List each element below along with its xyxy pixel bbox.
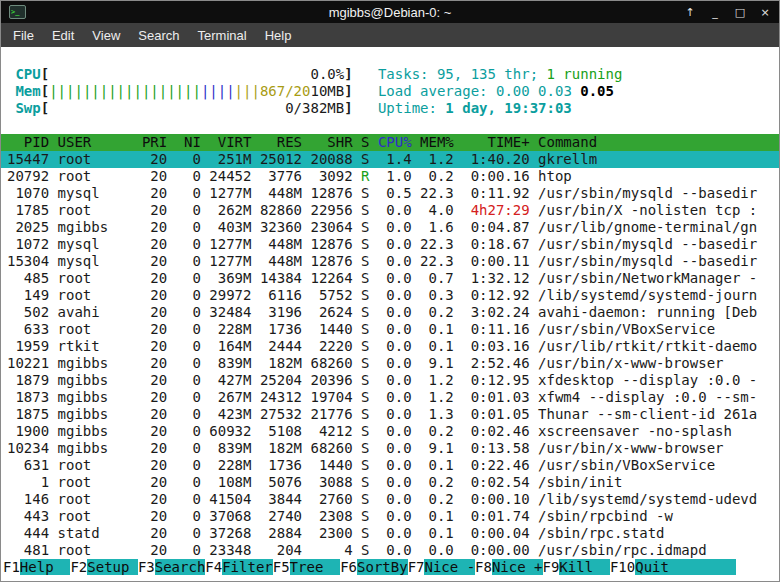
cell-shr: 3092 xyxy=(310,168,361,184)
cell-user: mgibbs xyxy=(58,355,142,371)
fkey-f10-quit-button[interactable]: Quit xyxy=(635,559,736,575)
cell-res: 5076 xyxy=(260,474,311,490)
column-header-res[interactable]: RES xyxy=(260,134,311,150)
fkey-f8-key[interactable]: F8 xyxy=(475,559,492,575)
process-row[interactable]: 444 statd 20 0 37268 2884 2300 S 0.0 0.1… xyxy=(1,525,779,542)
process-row[interactable]: 146 root 20 0 41504 3844 2760 S 0.0 0.2 … xyxy=(1,491,779,508)
fkey-f10-key[interactable]: F10 xyxy=(610,559,635,575)
process-row[interactable]: 1959 rtkit 20 0 164M 2444 2220 S 0.0 0.1… xyxy=(1,338,779,355)
fkey-f2-key[interactable]: F2 xyxy=(70,559,87,575)
process-table-header[interactable]: PID USER PRI NI VIRT RES SHR S CPU% MEM%… xyxy=(1,134,779,151)
menu-terminal[interactable]: Terminal xyxy=(189,25,256,46)
cell-ni: 0 xyxy=(176,253,210,269)
cell-mem: 0.0 xyxy=(420,542,462,558)
cell-user: root xyxy=(58,491,142,507)
process-row[interactable]: 1785 root 20 0 262M 82860 22956 S 0.0 4.… xyxy=(1,202,779,219)
cell-shr: 12876 xyxy=(310,236,361,252)
column-header-pid[interactable]: PID xyxy=(7,134,58,150)
column-header-cpu[interactable]: CPU% xyxy=(378,134,420,150)
cell-ni: 0 xyxy=(176,338,210,354)
process-row[interactable]: 481 root 20 0 23348 204 4 S 0.0 0.0 0:00… xyxy=(1,542,779,559)
column-header-virt[interactable]: VIRT xyxy=(209,134,260,150)
cell-time: 0:01.74 xyxy=(462,508,538,524)
fkey-f5-tree-button[interactable]: Tree xyxy=(290,559,341,575)
fkey-f2-setup-button[interactable]: Setup xyxy=(87,559,138,575)
cell-res: 5108 xyxy=(260,423,311,439)
cell-command: Thunar --sm-client-id 261a xyxy=(538,406,757,422)
cell-virt: 369M xyxy=(209,270,260,286)
cell-ni: 0 xyxy=(176,542,210,558)
terminal-screen[interactable]: CPU[ 0.0%] Tasks: 95, 135 thr; 1 running… xyxy=(1,47,779,581)
column-header-time[interactable]: TIME+ xyxy=(462,134,538,150)
titlebar[interactable]: >_ mgibbs@Debian-0: ~ ↑_□× xyxy=(1,1,779,23)
minimize-button[interactable]: _ xyxy=(709,6,721,19)
column-header-ni[interactable]: NI xyxy=(176,134,210,150)
process-row[interactable]: 633 root 20 0 228M 1736 1440 S 0.0 0.1 0… xyxy=(1,321,779,338)
cell-res: 32360 xyxy=(260,219,311,235)
process-row[interactable]: 2025 mgibbs 20 0 403M 32360 23064 S 0.0 … xyxy=(1,219,779,236)
fkey-f1-key[interactable]: F1 xyxy=(3,559,20,575)
cell-pri: 20 xyxy=(142,406,176,422)
process-row[interactable]: 15304 mysql 20 0 1277M 448M 12876 S 0.0 … xyxy=(1,253,779,270)
process-row-selected[interactable]: 15447 root 20 0 251M 25012 20088 S 1.4 1… xyxy=(1,151,779,168)
fkey-f7-key[interactable]: F7 xyxy=(408,559,425,575)
cell-command: /usr/sbin/mysqld --basedir xyxy=(538,236,757,252)
cell-ni: 0 xyxy=(176,457,210,473)
process-row[interactable]: 1875 mgibbs 20 0 423M 27532 21776 S 0.0 … xyxy=(1,406,779,423)
fkey-f1-help-button[interactable]: Help xyxy=(20,559,71,575)
fkey-f7-nice-button[interactable]: Nice - xyxy=(424,559,475,575)
fkey-f4-key[interactable]: F4 xyxy=(205,559,222,575)
cell-pid: 1873 xyxy=(7,389,58,405)
menu-search[interactable]: Search xyxy=(129,25,188,46)
cell-virt: 228M xyxy=(209,321,260,337)
menu-help[interactable]: Help xyxy=(256,25,301,46)
column-header-user[interactable]: USER xyxy=(58,134,142,150)
process-row[interactable]: 10234 mgibbs 20 0 839M 182M 68260 S 0.0 … xyxy=(1,440,779,457)
column-header-command[interactable]: Command xyxy=(538,134,597,150)
process-row[interactable]: 10221 mgibbs 20 0 839M 182M 68260 S 0.0 … xyxy=(1,355,779,372)
column-header-mem[interactable]: MEM% xyxy=(420,134,462,150)
fkey-f9-key[interactable]: F9 xyxy=(543,559,560,575)
cell-user: root xyxy=(58,508,142,524)
shade-button[interactable]: ↑ xyxy=(684,6,696,19)
fkey-f6-key[interactable]: F6 xyxy=(340,559,357,575)
fkey-f6-sortby-button[interactable]: SortBy xyxy=(357,559,408,575)
column-header-shr[interactable]: SHR xyxy=(310,134,361,150)
process-row[interactable]: 1 root 20 0 108M 5076 3088 S 0.0 0.2 0:0… xyxy=(1,474,779,491)
cell-shr: 12876 xyxy=(310,185,361,201)
cell-pri: 20 xyxy=(142,253,176,269)
swp-meter-bar-segment: 0/382MB xyxy=(49,100,344,116)
cell-pri: 20 xyxy=(142,151,176,167)
process-row[interactable]: 1900 mgibbs 20 0 60932 5108 4212 S 0.0 0… xyxy=(1,423,779,440)
meter-open-bracket: [ xyxy=(41,66,49,82)
menu-view[interactable]: View xyxy=(83,25,129,46)
fkey-f5-key[interactable]: F5 xyxy=(273,559,290,575)
column-header-s[interactable]: S xyxy=(361,134,378,150)
fkey-f8-nice-button[interactable]: Nice + xyxy=(492,559,543,575)
cell-res: 3844 xyxy=(260,491,311,507)
menu-file[interactable]: File xyxy=(4,25,43,46)
process-row[interactable]: 1070 mysql 20 0 1277M 448M 12876 S 0.5 2… xyxy=(1,185,779,202)
process-row[interactable]: 149 root 20 0 29972 6116 5752 S 0.0 0.3 … xyxy=(1,287,779,304)
cell-ni: 0 xyxy=(176,151,210,167)
process-row[interactable]: 1072 mysql 20 0 1277M 448M 12876 S 0.0 2… xyxy=(1,236,779,253)
process-row[interactable]: 502 avahi 20 0 32484 3196 2624 S 0.0 0.2… xyxy=(1,304,779,321)
menu-edit[interactable]: Edit xyxy=(43,25,83,46)
fkey-f4-filter-button[interactable]: Filter xyxy=(222,559,273,575)
process-row[interactable]: 485 root 20 0 369M 14384 12264 S 0.0 0.7… xyxy=(1,270,779,287)
cell-s: S xyxy=(361,423,378,439)
cell-user: root xyxy=(58,542,142,558)
column-header-pri[interactable]: PRI xyxy=(142,134,176,150)
process-row[interactable]: 631 root 20 0 228M 1736 1440 S 0.0 0.1 0… xyxy=(1,457,779,474)
fkey-f9-kill-button[interactable]: Kill xyxy=(559,559,610,575)
cell-ni: 0 xyxy=(176,525,210,541)
fkey-f3-search-button[interactable]: Search xyxy=(155,559,206,575)
close-button[interactable]: × xyxy=(759,6,771,19)
process-row[interactable]: 20792 root 20 0 24452 3776 3092 R 1.0 0.… xyxy=(1,168,779,185)
process-row[interactable]: 1873 mgibbs 20 0 267M 24312 19704 S 0.0 … xyxy=(1,389,779,406)
process-row[interactable]: 1879 mgibbs 20 0 427M 25204 20396 S 0.0 … xyxy=(1,372,779,389)
fkey-f3-key[interactable]: F3 xyxy=(138,559,155,575)
maximize-button[interactable]: □ xyxy=(734,6,746,19)
cell-shr: 4 xyxy=(310,542,361,558)
process-row[interactable]: 443 root 20 0 37068 2740 2308 S 0.0 0.1 … xyxy=(1,508,779,525)
